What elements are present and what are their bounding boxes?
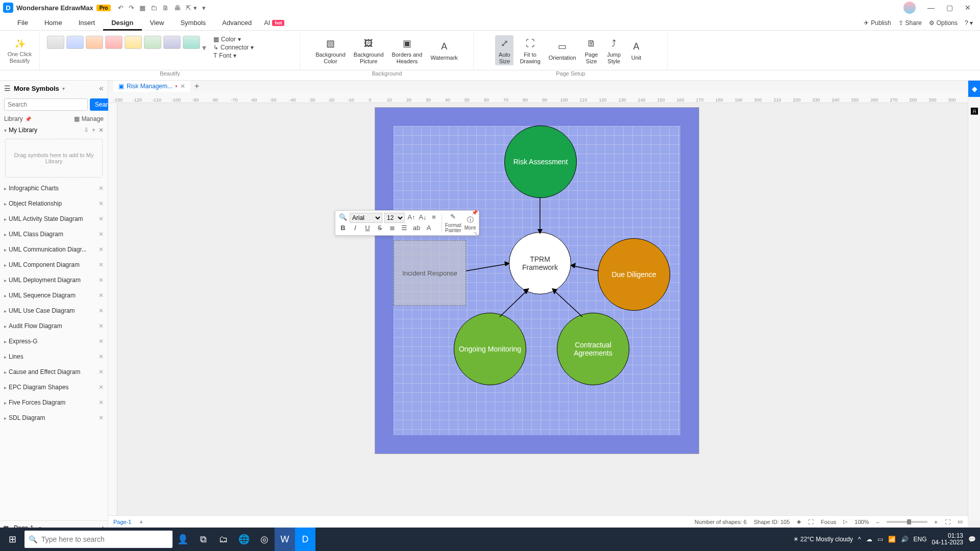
close-category-icon[interactable]: ✕ bbox=[99, 231, 104, 238]
add-page-footer-icon[interactable]: + bbox=[139, 519, 142, 525]
manage-library-button[interactable]: ▦ Manage bbox=[74, 115, 104, 122]
close-doc-icon[interactable]: ✕ bbox=[180, 83, 185, 90]
layers-icon[interactable]: ◈ bbox=[797, 518, 801, 525]
increase-font-icon[interactable]: A↑ bbox=[407, 213, 416, 222]
mylib-import-icon[interactable]: ⇩ bbox=[84, 127, 89, 134]
theme-2[interactable] bbox=[66, 36, 84, 49]
decrease-font-icon[interactable]: A↓ bbox=[418, 213, 427, 222]
node-ongoing-monitoring[interactable]: Ongoing Monitoring bbox=[454, 313, 526, 385]
save-icon[interactable]: 🗎 bbox=[162, 4, 169, 12]
tray-onedrive-icon[interactable]: ☁ bbox=[866, 536, 872, 543]
minimize-button[interactable]: — bbox=[922, 4, 940, 12]
library-category-item[interactable]: ▸SDL Diagram✕ bbox=[0, 410, 108, 425]
search-font-icon[interactable]: 🔍 bbox=[338, 213, 348, 222]
close-category-icon[interactable]: ✕ bbox=[99, 414, 104, 421]
user-avatar[interactable] bbox=[903, 2, 916, 14]
bullist-icon[interactable]: ☰ bbox=[400, 224, 409, 233]
new-doc-tab-icon[interactable]: + bbox=[194, 82, 199, 91]
watermark-button[interactable]: AWatermark bbox=[429, 38, 460, 62]
library-category-item[interactable]: ▸EPC Diagram Shapes✕ bbox=[0, 380, 108, 395]
font-family-select[interactable]: Arial bbox=[350, 213, 382, 223]
align-icon[interactable]: ≡ bbox=[429, 213, 438, 222]
autosize-button[interactable]: ⤢Auto Size bbox=[495, 35, 513, 65]
close-category-icon[interactable]: ✕ bbox=[99, 277, 104, 284]
tab-insert[interactable]: Insert bbox=[70, 15, 104, 31]
more-qat-icon[interactable]: ▾ bbox=[202, 4, 206, 12]
tab-advanced[interactable]: Advanced bbox=[214, 15, 260, 31]
close-category-icon[interactable]: ✕ bbox=[99, 261, 104, 268]
export-icon[interactable]: ⇱ ▾ bbox=[186, 4, 197, 12]
tray-meet-icon[interactable]: ▭ bbox=[877, 536, 883, 543]
theme-3[interactable] bbox=[86, 36, 103, 49]
fit-button[interactable]: ⛶Fit to Drawing bbox=[518, 35, 542, 65]
underline-icon[interactable]: U bbox=[363, 224, 372, 233]
unit-button[interactable]: AUnit bbox=[627, 38, 646, 62]
strike-icon[interactable]: S̶ bbox=[375, 224, 384, 233]
close-category-icon[interactable]: ✕ bbox=[99, 292, 104, 299]
theme-6[interactable] bbox=[144, 36, 161, 49]
explorer-icon[interactable]: 🗂 bbox=[213, 528, 234, 551]
library-category-item[interactable]: ▸UML Component Diagram✕ bbox=[0, 257, 108, 272]
node-tprm-framework[interactable]: TPRM Framework bbox=[509, 232, 571, 294]
zoom-out-icon[interactable]: – bbox=[876, 519, 879, 525]
collapse-panel-icon[interactable]: « bbox=[99, 84, 104, 93]
close-category-icon[interactable]: ✕ bbox=[99, 200, 104, 207]
help-icon[interactable]: ? ▾ bbox=[965, 19, 973, 27]
close-category-icon[interactable]: ✕ bbox=[99, 322, 104, 330]
more-format-icon[interactable]: ⓘ bbox=[465, 215, 475, 224]
taskbar-search[interactable]: 🔍 Type here to search bbox=[24, 531, 173, 548]
node-risk-assessment[interactable]: Risk Assessment bbox=[504, 126, 577, 198]
library-category-item[interactable]: ▸Lines✕ bbox=[0, 349, 108, 364]
theme-5[interactable] bbox=[125, 36, 142, 49]
page-tab-footer[interactable]: Page-1 bbox=[113, 519, 131, 525]
right-snap-icon[interactable]: ◆ bbox=[968, 81, 980, 97]
document-tab[interactable]: ▣ Risk Managem... • ✕ bbox=[113, 81, 190, 92]
node-due-diligence[interactable]: Due Diligence bbox=[598, 238, 670, 311]
print-icon[interactable]: 🖶 bbox=[174, 4, 181, 12]
zoom-value[interactable]: 100% bbox=[854, 519, 869, 525]
fit-page-icon[interactable]: ⛶ bbox=[945, 519, 950, 525]
library-category-item[interactable]: ▸Cause and Effect Diagram✕ bbox=[0, 364, 108, 380]
redo-icon[interactable]: ↷ bbox=[129, 4, 134, 12]
font-size-select[interactable]: 12 bbox=[384, 213, 405, 223]
borders-button[interactable]: ▣Borders and Headers bbox=[390, 35, 425, 65]
tray-lang[interactable]: ENG bbox=[914, 536, 927, 543]
floating-format-toolbar[interactable]: 🔍 Arial 12 A↑ A↓ ≡ B I U S̶ ≣ ☰ ab A bbox=[335, 210, 479, 236]
ai-button[interactable]: AIhot bbox=[264, 19, 284, 27]
pin-toolbar-icon[interactable]: 📌 bbox=[472, 210, 478, 215]
taskview-icon[interactable]: ⧉ bbox=[193, 528, 213, 551]
expand-toolbar-icon[interactable]: ⤡ bbox=[474, 231, 478, 236]
theme-connector-button[interactable]: ↳ Connector ▾ bbox=[213, 44, 254, 51]
close-category-icon[interactable]: ✕ bbox=[99, 185, 104, 192]
bgpicture-button[interactable]: 🖼Background Picture bbox=[352, 35, 386, 65]
node-incident-response-selected[interactable]: Incident Response bbox=[394, 240, 466, 306]
textcase-icon[interactable]: ab bbox=[412, 224, 421, 233]
theme-1[interactable] bbox=[47, 36, 64, 49]
tray-chevron-icon[interactable]: ^ bbox=[858, 536, 861, 543]
close-category-icon[interactable]: ✕ bbox=[99, 384, 104, 391]
maximize-button[interactable]: ▢ bbox=[940, 4, 959, 12]
library-category-item[interactable]: ▸UML Sequence Diagram✕ bbox=[0, 288, 108, 303]
close-category-icon[interactable]: ✕ bbox=[99, 338, 104, 345]
close-category-icon[interactable]: ✕ bbox=[99, 368, 104, 375]
theme-gallery-more-icon[interactable]: ▾ bbox=[202, 43, 206, 53]
tray-wifi-icon[interactable]: 📶 bbox=[888, 536, 896, 543]
symbols-menu-icon[interactable]: ☰ bbox=[4, 84, 11, 92]
play-icon[interactable]: ▷ bbox=[843, 518, 847, 525]
edrawmax-taskbar-icon[interactable]: D bbox=[295, 528, 315, 551]
right-ai-icon[interactable]: 🅰 bbox=[968, 107, 980, 115]
weather-widget[interactable]: ☀ 22°C Mostly cloudy bbox=[793, 536, 853, 543]
zoom-slider[interactable] bbox=[887, 521, 927, 523]
library-label[interactable]: Library bbox=[4, 115, 23, 122]
theme-font-button[interactable]: T Font ▾ bbox=[213, 52, 254, 59]
publish-button[interactable]: ✈ Publish bbox=[864, 19, 891, 27]
symbol-search-input[interactable] bbox=[4, 98, 88, 111]
new-icon[interactable]: ▦ bbox=[139, 4, 145, 12]
undo-icon[interactable]: ↶ bbox=[118, 4, 124, 12]
cortana-icon[interactable]: 👤 bbox=[173, 528, 193, 551]
word-icon[interactable]: W bbox=[275, 528, 295, 551]
library-category-item[interactable]: ▸UML Use Case Diagram✕ bbox=[0, 303, 108, 318]
canvas[interactable]: Risk Assessment TPRM Framework Due Dilig… bbox=[117, 103, 968, 520]
close-button[interactable]: ✕ bbox=[959, 4, 977, 12]
library-category-item[interactable]: ▸Audit Flow Diagram✕ bbox=[0, 318, 108, 334]
